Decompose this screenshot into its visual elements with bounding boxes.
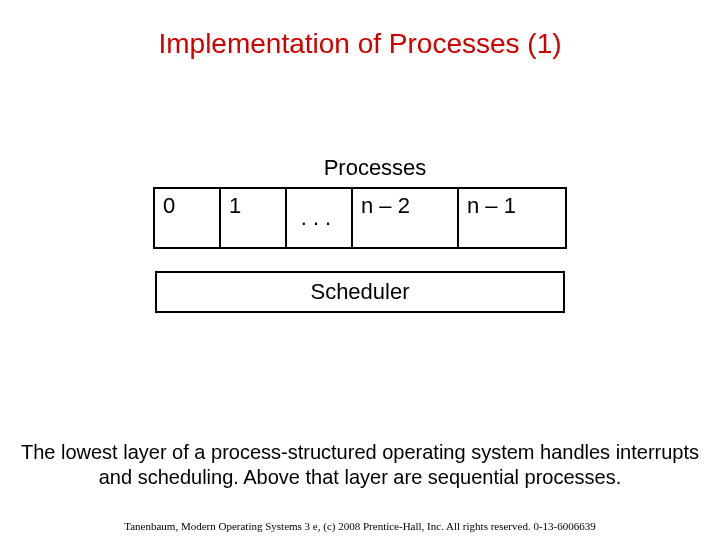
process-cell-0: 0 <box>155 189 221 247</box>
process-row: 0 1 ... n – 2 n – 1 <box>153 187 567 249</box>
process-cell-n-2: n – 2 <box>353 189 459 247</box>
figure-caption: The lowest layer of a process-structured… <box>0 440 720 490</box>
page-title: Implementation of Processes (1) <box>0 28 720 60</box>
process-cell-dots: ... <box>287 189 353 247</box>
figure: Processes 0 1 ... n – 2 n – 1 Scheduler <box>0 155 720 313</box>
scheduler-box: Scheduler <box>155 271 565 313</box>
citation-text: Tanenbaum, Modern Operating Systems 3 e,… <box>0 520 720 532</box>
processes-label: Processes <box>324 155 427 181</box>
process-cell-1: 1 <box>221 189 287 247</box>
process-cell-n-1: n – 1 <box>459 189 565 247</box>
